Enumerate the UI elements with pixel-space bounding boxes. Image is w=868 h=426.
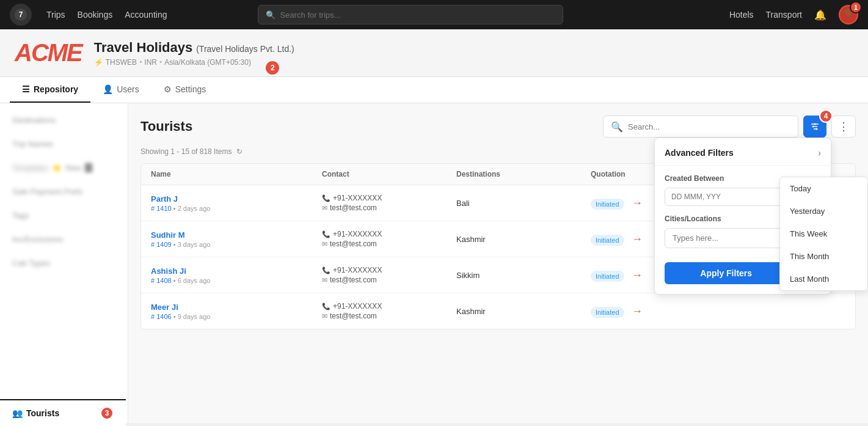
content-search-icon: 🔍: [611, 121, 623, 133]
repository-icon: ☰: [22, 84, 30, 94]
svg-text:7: 7: [19, 10, 23, 19]
tab-settings[interactable]: ⚙ Settings: [151, 77, 219, 103]
row-quotation-3: Initiated →: [591, 305, 701, 318]
sidebar-item-tags[interactable]: Tags: [0, 204, 128, 227]
tourist-meta-1: # 1409 • 3 days ago: [151, 241, 322, 248]
nav-hotels[interactable]: Hotels: [729, 10, 754, 20]
arrow-icon-2: →: [632, 269, 643, 281]
row-name-cell: Meer Ji # 1406 • 9 days ago: [151, 303, 322, 320]
company-name-sub: (Travel Holidays Pvt. Ltd.): [196, 44, 294, 54]
tab-repository[interactable]: ☰ Repository: [10, 77, 90, 103]
nav-bookings[interactable]: Bookings: [78, 10, 113, 20]
settings-icon: ⚙: [164, 84, 172, 94]
row-contact-cell-1: 📞 +91-XXXXXXX ✉ test@test.com: [322, 229, 456, 249]
dropdown-today[interactable]: Today: [780, 177, 867, 200]
tourist-name-1[interactable]: Sudhir M: [151, 230, 322, 240]
apply-filters-button[interactable]: Apply Filters: [665, 262, 787, 284]
company-meta: ⚡ THSWEB • INR • Asia/Kolkata (GMT+05:30…: [94, 58, 294, 67]
bottom-tab-badge-3: 3: [100, 406, 114, 420]
arrow-icon-0: →: [632, 197, 643, 209]
table-row: Meer Ji # 1406 • 9 days ago 📞 +91-XXXXXX…: [141, 293, 855, 329]
row-name-cell: Sudhir M # 1409 • 3 days ago: [151, 230, 322, 248]
user-badge: 1: [850, 1, 862, 13]
bottom-tourists-tab[interactable]: 👥 Tourists 3: [0, 399, 126, 426]
row-contact-cell-2: 📞 +91-XXXXXXX ✉ test@test.com: [322, 265, 456, 285]
dropdown-this-week[interactable]: This Week: [780, 222, 867, 245]
tourist-meta-0: # 1410 • 2 days ago: [151, 205, 322, 212]
search-icon: 🔍: [266, 10, 275, 20]
svg-point-9: [816, 128, 818, 130]
row-contact-cell-3: 📞 +91-XXXXXXX ✉ test@test.com: [322, 301, 456, 321]
sidebar-item-templates[interactable]: Templates ⭐ New ★: [0, 156, 128, 180]
date-dropdown: Today Yesterday This Week This Month Las…: [779, 177, 868, 291]
row-destination-0: Bali: [456, 199, 591, 208]
refresh-icon[interactable]: ↻: [236, 147, 243, 156]
global-search-input[interactable]: [280, 10, 555, 20]
sidebar-item-destinations[interactable]: Destinations: [0, 108, 128, 132]
bell-icon[interactable]: 🔔: [814, 9, 826, 21]
dropdown-this-month[interactable]: This Month: [780, 245, 867, 268]
meta-timezone: Asia/Kolkata (GMT+05:30): [164, 58, 251, 67]
nav-trips[interactable]: Trips: [46, 10, 65, 20]
tourist-name-2[interactable]: Ashish Ji: [151, 266, 322, 276]
tourist-name-3[interactable]: Meer Ji: [151, 303, 322, 312]
company-banner: ACME Travel Holidays (Travel Holidays Pv…: [0, 29, 868, 77]
more-options-button[interactable]: ⋮: [831, 116, 856, 138]
col-header-destinations: Destinations: [456, 170, 591, 178]
users-icon: 👤: [103, 84, 113, 94]
content-search-bar: 🔍: [603, 116, 798, 138]
nav-accounting[interactable]: Accounting: [125, 10, 167, 20]
arrow-icon-1: →: [632, 233, 643, 245]
tourist-name-0[interactable]: Parth J: [151, 194, 322, 204]
filter-badge-4: 4: [819, 109, 833, 123]
showing-count: Showing 1 - 15 of 818 Items: [140, 147, 232, 156]
col-header-contact: Contact: [322, 170, 456, 178]
page-title: Tourists: [140, 119, 192, 134]
sidebar-item-payment-prefs[interactable]: Sale Payment Prefs: [0, 180, 128, 204]
chevron-right-icon[interactable]: ›: [818, 148, 821, 158]
dropdown-last-month[interactable]: Last Month: [780, 268, 867, 290]
tourist-meta-2: # 1408 • 6 days ago: [151, 277, 322, 284]
company-info: Travel Holidays (Travel Holidays Pvt. Lt…: [94, 40, 294, 67]
sidebar-item-trip-names[interactable]: Trip Names: [0, 132, 128, 156]
acme-logo: ACME: [15, 39, 82, 67]
tabs-bar: ☰ Repository 👤 Users ⚙ Settings 2: [0, 77, 868, 103]
tab-users[interactable]: 👤 Users: [90, 77, 151, 103]
dropdown-yesterday[interactable]: Yesterday: [780, 200, 867, 222]
sidebar: Destinations Trip Names Templates ⭐ New …: [0, 103, 128, 423]
tourists-tab-label: Tourists: [26, 408, 59, 418]
row-name-cell: Parth J # 1410 • 2 days ago: [151, 194, 322, 212]
svg-point-7: [814, 123, 816, 125]
row-destination-1: Kashmir: [456, 235, 591, 244]
tourist-meta-3: # 1406 • 9 days ago: [151, 313, 322, 320]
nav-transport[interactable]: Transport: [766, 10, 802, 20]
user-avatar-wrapper: 1: [839, 5, 858, 24]
svg-point-8: [812, 126, 814, 128]
meta-sep1: •: [139, 58, 142, 67]
row-contact-cell-0: 📞 +91-XXXXXXX ✉ test@test.com: [322, 193, 456, 213]
arrow-icon-3: →: [632, 305, 643, 317]
meta-currency: INR: [144, 58, 157, 67]
top-nav-right: Hotels Transport 🔔 1: [729, 5, 858, 24]
content-area: Tourists 🔍: [128, 103, 868, 423]
meta-code: THSWEB: [106, 58, 137, 67]
row-destination-2: Sikkim: [456, 271, 591, 280]
adv-filters-title: Advanced Filters: [665, 148, 734, 158]
sidebar-item-inc-exclusions[interactable]: Inc/Exclusions: [0, 227, 128, 251]
meta-sep2: •: [159, 58, 162, 67]
meta-icon: ⚡: [94, 58, 103, 67]
date-from-input[interactable]: [665, 188, 796, 206]
main-layout: Destinations Trip Names Templates ⭐ New …: [0, 103, 868, 423]
adv-filters-header: Advanced Filters ›: [655, 138, 831, 166]
tourists-tab-icon: 👥: [12, 408, 23, 418]
col-header-name: Name: [151, 170, 322, 178]
row-name-cell: Ashish Ji # 1408 • 6 days ago: [151, 266, 322, 284]
svg-point-3: [842, 17, 855, 23]
nav-links: Trips Bookings Accounting: [46, 10, 167, 20]
company-name: Travel Holidays: [94, 40, 192, 56]
row-destination-3: Kashmir: [456, 307, 591, 316]
app-logo[interactable]: 7: [10, 4, 32, 26]
content-search-input[interactable]: [628, 122, 790, 131]
sidebar-item-cab-types[interactable]: Cab Types: [0, 251, 128, 275]
content-header: Tourists 🔍: [140, 116, 856, 138]
